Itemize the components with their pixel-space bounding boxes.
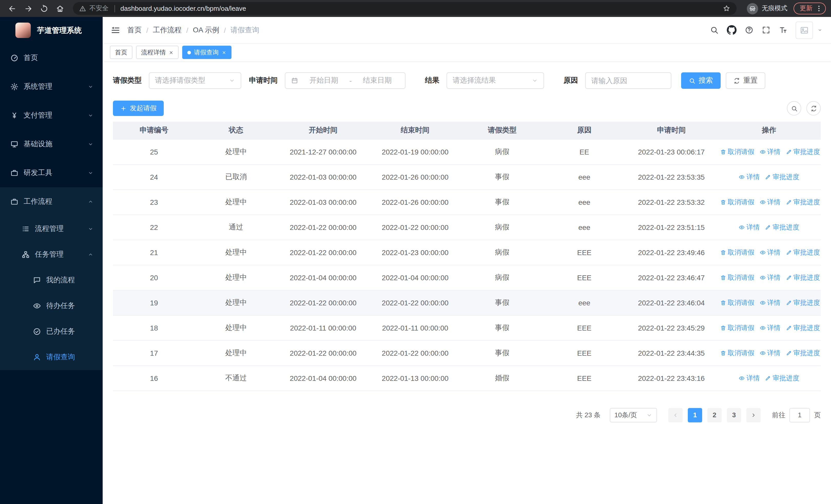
sidebar-item[interactable]: 系统管理 — [0, 72, 103, 101]
address-bar[interactable]: 不安全 dashboard.yudao.iocoder.cn/bpm/oa/le… — [73, 2, 737, 15]
help-icon[interactable] — [745, 26, 753, 34]
cancel-leave-link[interactable]: 取消请假 — [720, 298, 754, 307]
page-button[interactable]: 3 — [727, 408, 741, 422]
bookmark-star-icon[interactable] — [723, 5, 730, 12]
cell-reason: eee — [543, 290, 625, 315]
browser-menu-icon[interactable] — [815, 5, 823, 12]
breadcrumb: 首页/工作流程/OA 示例/请假查询 — [127, 25, 703, 35]
font-size-icon[interactable] — [779, 26, 787, 34]
github-icon[interactable] — [727, 25, 737, 35]
url-text[interactable]: dashboard.yudao.iocoder.cn/bpm/oa/leave — [120, 5, 720, 12]
page-size-select[interactable]: 10条/页 — [610, 408, 657, 422]
cancel-leave-link-label: 取消请假 — [727, 323, 754, 332]
tab-item[interactable]: 流程详情 — [136, 46, 179, 59]
approval-progress-link[interactable]: 审批进度 — [785, 348, 820, 357]
app-logo[interactable]: 芋道管理系统 — [0, 17, 103, 43]
breadcrumb-item[interactable]: OA 示例 — [193, 25, 220, 35]
approval-progress-link[interactable]: 审批进度 — [785, 147, 820, 156]
browser-forward-button[interactable] — [21, 2, 35, 16]
sidebar-item-label: 工作流程 — [24, 197, 52, 206]
approval-progress-link[interactable]: 审批进度 — [765, 374, 799, 383]
detail-link[interactable]: 详情 — [760, 348, 780, 357]
detail-link[interactable]: 详情 — [760, 147, 780, 156]
chevron-down-icon[interactable] — [817, 27, 823, 33]
refresh-table-button[interactable] — [806, 101, 821, 116]
detail-link[interactable]: 详情 — [760, 248, 780, 257]
approval-progress-link[interactable]: 审批进度 — [765, 172, 799, 181]
toggle-search-button[interactable] — [787, 101, 801, 116]
sidebar-item[interactable]: 首页 — [0, 43, 103, 72]
browser-reload-button[interactable] — [37, 2, 51, 16]
end-date-placeholder[interactable]: 结束日期 — [355, 76, 399, 85]
browser-home-button[interactable] — [53, 2, 67, 16]
detail-link[interactable]: 详情 — [739, 223, 760, 232]
cell-status: 处理中 — [195, 340, 277, 365]
update-button[interactable]: 更新 — [794, 3, 826, 14]
breadcrumb-item[interactable]: 工作流程 — [153, 25, 182, 35]
breadcrumb-separator: / — [186, 26, 189, 34]
sidebar-item[interactable]: 已办任务 — [0, 319, 103, 345]
search-icon[interactable] — [710, 26, 719, 34]
briefcase-icon — [10, 198, 19, 206]
tab-close-icon[interactable] — [169, 50, 173, 55]
approval-progress-link[interactable]: 审批进度 — [765, 223, 799, 232]
page-button[interactable]: 1 — [688, 408, 702, 422]
approval-progress-link-label: 审批进度 — [773, 172, 799, 181]
fullscreen-icon[interactable] — [762, 26, 770, 34]
cancel-leave-link[interactable]: 取消请假 — [720, 248, 754, 257]
start-date-placeholder[interactable]: 开始日期 — [302, 76, 346, 85]
user-avatar[interactable] — [796, 21, 813, 39]
collapse-sidebar-icon[interactable] — [111, 25, 120, 35]
sidebar-item[interactable]: 研发工具 — [0, 158, 103, 187]
cancel-leave-link[interactable]: 取消请假 — [720, 197, 754, 207]
apply-time-range-picker[interactable]: 开始日期 - 结束日期 — [285, 72, 405, 89]
cancel-leave-link[interactable]: 取消请假 — [720, 323, 754, 332]
approval-progress-link[interactable]: 审批进度 — [785, 273, 820, 282]
detail-link[interactable]: 详情 — [760, 273, 780, 282]
sidebar-item[interactable]: 我的流程 — [0, 267, 103, 293]
cell-reason: eee — [543, 164, 625, 189]
result-select[interactable]: 请选择流结果 — [447, 72, 544, 89]
detail-link[interactable]: 详情 — [760, 298, 780, 307]
search-button[interactable]: 搜索 — [681, 72, 721, 89]
page-button[interactable]: 2 — [707, 408, 722, 422]
table-row: 21处理中2022-01-22 00:00:002022-01-23 00:00… — [113, 240, 821, 265]
cell-start: 2022-01-22 00:00:00 — [277, 214, 369, 240]
cancel-leave-link[interactable]: 取消请假 — [720, 348, 754, 357]
detail-link[interactable]: 详情 — [739, 172, 760, 181]
prev-page-button[interactable] — [668, 408, 683, 422]
tab-item[interactable]: 首页 — [110, 46, 133, 59]
approval-progress-link[interactable]: 审批进度 — [785, 323, 820, 332]
sidebar-item[interactable]: 工作流程 — [0, 187, 103, 216]
sidebar-item[interactable]: 请假查询 — [0, 345, 103, 370]
detail-link[interactable]: 详情 — [760, 323, 780, 332]
tab-item[interactable]: 请假查询 — [182, 46, 231, 59]
chevron-down-icon — [88, 226, 93, 232]
approval-progress-link[interactable]: 审批进度 — [785, 298, 820, 307]
reset-button[interactable]: 重置 — [726, 72, 765, 89]
sidebar-item[interactable]: 支付管理 — [0, 101, 103, 130]
cancel-leave-link[interactable]: 取消请假 — [720, 147, 754, 156]
sidebar-item[interactable]: 待办任务 — [0, 293, 103, 319]
browser-back-button[interactable] — [5, 2, 19, 16]
breadcrumb-item[interactable]: 首页 — [127, 25, 142, 35]
create-leave-button[interactable]: 发起请假 — [113, 100, 164, 116]
approval-progress-link[interactable]: 审批进度 — [785, 248, 820, 257]
column-header: 操作 — [717, 122, 821, 139]
leave-type-select[interactable]: 请选择请假类型 — [149, 72, 241, 89]
reason-input[interactable] — [591, 77, 665, 85]
sidebar-item[interactable]: 任务管理 — [0, 242, 103, 267]
sidebar-item-label: 支付管理 — [24, 111, 52, 120]
sidebar-item[interactable]: 基础设施 — [0, 130, 103, 158]
approval-progress-link[interactable]: 审批进度 — [785, 197, 820, 207]
security-warning[interactable]: 不安全 — [89, 4, 109, 13]
sidebar-item[interactable]: 流程管理 — [0, 216, 103, 242]
approval-progress-link-icon — [785, 299, 792, 306]
goto-page-input[interactable] — [790, 408, 810, 422]
next-page-button[interactable] — [746, 408, 761, 422]
cancel-leave-link[interactable]: 取消请假 — [720, 273, 754, 282]
detail-link[interactable]: 详情 — [760, 197, 780, 207]
sidebar: 芋道管理系统 首页系统管理支付管理基础设施研发工具工作流程流程管理任务管理我的流… — [0, 17, 103, 504]
tab-close-icon[interactable] — [222, 50, 226, 55]
detail-link[interactable]: 详情 — [739, 374, 760, 383]
